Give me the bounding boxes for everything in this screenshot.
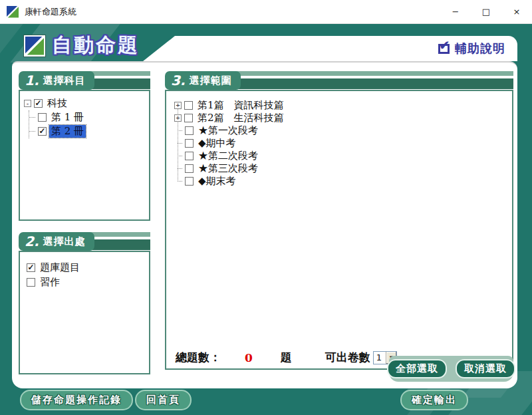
expand-toggle-icon[interactable]: + — [174, 114, 182, 122]
close-button[interactable]: × — [501, 0, 532, 23]
checkbox-midterm[interactable] — [185, 139, 194, 148]
panel-select-subject: 1. 選擇科目 - ✓ 科技 第 1 冊 — [19, 71, 150, 221]
option-label-workbook[interactable]: 習作 — [38, 276, 62, 289]
panel-source-header: 2. 選擇出處 — [19, 232, 150, 251]
tree-label-chapter2[interactable]: 第2篇 生活科技篇 — [196, 112, 286, 124]
select-all-button[interactable]: 全部選取 — [387, 359, 447, 378]
panel-subject-number: 1. — [25, 72, 39, 88]
panel-source-number: 2. — [25, 233, 39, 249]
scope-tree: + 第1篇 資訊科技篇 + 第2篇 生活科技篇 ★第一次段考 — [166, 91, 512, 188]
checkbox-chapter1[interactable] — [184, 101, 193, 110]
tree-row-chapter1[interactable]: + 第1篇 資訊科技篇 — [174, 99, 512, 112]
tree-label-subject-root[interactable]: 科技 — [45, 97, 69, 110]
checkbox-exam2[interactable] — [185, 152, 194, 160]
tree-label-exam2[interactable]: ★第二次段考 — [196, 150, 260, 162]
total-questions-value: 0 — [245, 351, 253, 364]
tree-row-final[interactable]: ◆期末考 — [174, 175, 512, 188]
tree-row-book2[interactable]: ✓ 第 2 冊 — [29, 124, 146, 138]
collapse-toggle-icon[interactable]: - — [24, 100, 31, 107]
summary-row: 總題數： 0 題 可出卷數 1 ▼ — [176, 350, 397, 365]
window-titlebar: 康軒命題系統 − □ × — [0, 0, 532, 24]
checkbox-chapter2[interactable] — [184, 114, 193, 122]
checkbox-book2[interactable]: ✓ — [38, 127, 47, 136]
panel-scope-header: 3. 選擇範圍 — [165, 71, 513, 90]
tree-row-exam3[interactable]: ★第三次段考 — [174, 162, 512, 175]
page-title: 自動命題 — [52, 32, 140, 59]
help-label: 輔助說明 — [455, 41, 505, 57]
source-options: ✓ 題庫題目 習作 — [20, 252, 149, 289]
app-logo-icon — [7, 6, 19, 18]
help-button[interactable]: ✔ 輔助說明 — [438, 41, 505, 57]
checkbox-workbook[interactable] — [27, 278, 35, 287]
tree-row-midterm[interactable]: ◆期中考 — [174, 137, 512, 150]
scope-tree-box: + 第1篇 資訊科技篇 + 第2篇 生活科技篇 ★第一次段考 — [165, 90, 513, 370]
page-title-block: 自動命題 — [24, 32, 140, 59]
checkbox-subject-root[interactable]: ✓ — [34, 99, 43, 108]
tree-label-chapter1[interactable]: 第1篇 資訊科技篇 — [196, 99, 286, 112]
tree-row-chapter2[interactable]: + 第2篇 生活科技篇 — [174, 112, 512, 124]
panel-source-title: 選擇出處 — [43, 235, 86, 248]
tree-label-book1[interactable]: 第 1 冊 — [49, 111, 86, 124]
tree-label-final[interactable]: ◆期末考 — [196, 175, 238, 188]
tree-label-midterm[interactable]: ◆期中考 — [196, 137, 238, 150]
subject-tree-box: - ✓ 科技 第 1 冊 ✓ 第 2 冊 — [19, 90, 150, 221]
checkbox-exam3[interactable] — [185, 164, 194, 173]
deselect-all-button[interactable]: 取消選取 — [456, 359, 515, 378]
panel-subject-title: 選擇科目 — [43, 74, 86, 87]
help-check-icon: ✔ — [438, 44, 450, 54]
minimize-button[interactable]: − — [440, 0, 471, 23]
total-questions-unit: 題 — [281, 350, 292, 365]
expand-toggle-icon[interactable]: + — [174, 102, 182, 109]
panel-scope-number: 3. — [171, 72, 186, 88]
window-title: 康軒命題系統 — [25, 6, 76, 18]
tree-label-exam3[interactable]: ★第三次段考 — [196, 162, 260, 175]
panel-select-source: 2. 選擇出處 ✓ 題庫題目 習作 — [19, 232, 150, 374]
tree-row-exam1[interactable]: ★第一次段考 — [174, 124, 512, 137]
checkbox-book1[interactable] — [38, 113, 47, 122]
panel-select-scope: 3. 選擇範圍 + 第1篇 資訊科技篇 + 第2篇 生活科技篇 — [165, 71, 513, 370]
option-label-question-bank[interactable]: 題庫題目 — [38, 261, 82, 274]
app-background: 自動命題 ✔ 輔助說明 1. 選擇科目 - ✓ — [0, 24, 532, 415]
tree-row-subject-root[interactable]: - ✓ 科技 — [24, 96, 146, 110]
tree-row-book1[interactable]: 第 1 冊 — [29, 110, 146, 124]
papers-count-label: 可出卷數 — [325, 350, 370, 365]
confirm-output-button[interactable]: 確定輸出 — [400, 390, 468, 410]
main-content: 1. 選擇科目 - ✓ 科技 第 1 冊 — [12, 61, 517, 388]
panel-scope-title: 選擇範圍 — [190, 74, 232, 87]
home-button[interactable]: 回首頁 — [135, 390, 192, 410]
tree-label-exam1[interactable]: ★第一次段考 — [196, 124, 260, 137]
brand-logo-icon — [24, 35, 45, 57]
option-workbook[interactable]: 習作 — [27, 275, 145, 289]
subject-children: 第 1 冊 ✓ 第 2 冊 — [29, 110, 146, 138]
checkbox-question-bank[interactable]: ✓ — [27, 263, 35, 272]
panel-subject-header: 1. 選擇科目 — [19, 71, 150, 90]
tree-label-book2-selected[interactable]: 第 2 冊 — [49, 125, 86, 138]
checkbox-exam1[interactable] — [185, 126, 194, 135]
maximize-button[interactable]: □ — [471, 0, 501, 23]
selection-actions-tray: 全部選取 取消選取 — [389, 356, 513, 382]
total-questions-label: 總題數： — [176, 350, 221, 365]
source-options-box: ✓ 題庫題目 習作 — [19, 251, 150, 374]
subject-tree: - ✓ 科技 第 1 冊 ✓ 第 2 冊 — [20, 91, 149, 138]
checkbox-final[interactable] — [185, 177, 194, 186]
tree-row-exam2[interactable]: ★第二次段考 — [174, 150, 512, 162]
papers-count-value: 1 — [374, 352, 386, 364]
save-record-button[interactable]: 儲存命題操作記錄 — [20, 390, 133, 410]
option-question-bank[interactable]: ✓ 題庫題目 — [27, 260, 145, 275]
window-controls: − □ × — [440, 0, 532, 23]
